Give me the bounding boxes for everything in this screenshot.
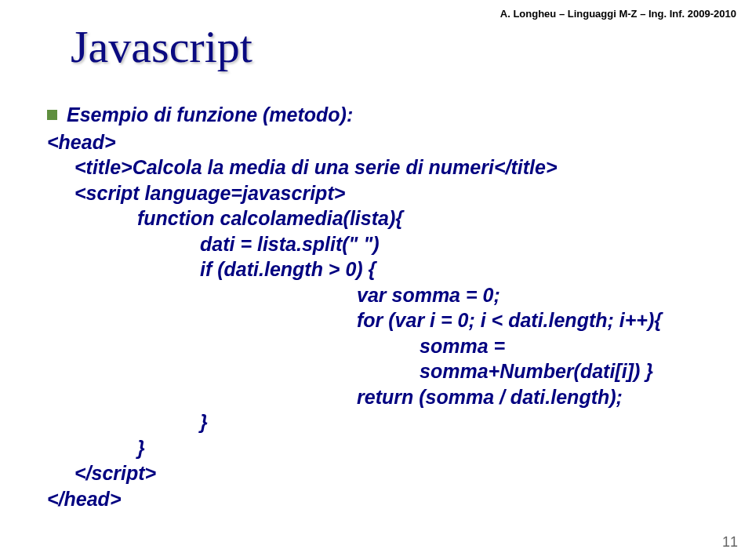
- code-line: return (somma / dati.length);: [357, 384, 728, 410]
- code-line: dati = lista.split(" "): [200, 231, 728, 257]
- code-line: somma = somma+Number(dati[i]) }: [420, 333, 728, 384]
- code-line: }: [200, 409, 728, 435]
- code-line: for (var i = 0; i < dati.length; i++){: [357, 307, 728, 333]
- code-line: function calcolamedia(lista){: [137, 205, 728, 231]
- page-number: 11: [722, 534, 738, 551]
- code-line: </script>: [74, 460, 728, 486]
- code-line: <script language=javascript>: [74, 180, 728, 206]
- bullet-text: Esempio di funzione (metodo):: [67, 102, 353, 128]
- slide-title: Javascript: [71, 20, 252, 73]
- code-line: }: [137, 435, 728, 461]
- code-line: </head>: [47, 486, 728, 512]
- code-line: <title>Calcola la media di una serie di …: [74, 155, 728, 180]
- bullet-icon: [47, 110, 57, 120]
- code-line: <head>: [47, 129, 728, 155]
- slide-content: Esempio di funzione (metodo): <head> <ti…: [47, 102, 728, 511]
- header-attribution: A. Longheu – Linguaggi M-Z – Ing. Inf. 2…: [500, 8, 736, 20]
- code-line: var somma = 0;: [357, 282, 728, 308]
- code-line: if (dati.length > 0) {: [200, 256, 728, 282]
